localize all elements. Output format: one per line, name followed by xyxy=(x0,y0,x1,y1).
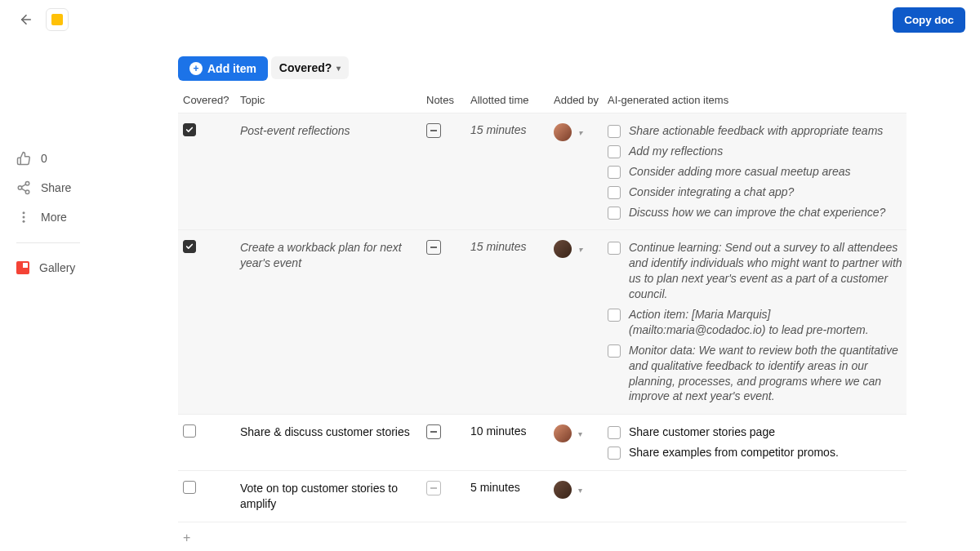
likes-count: 0 xyxy=(41,152,47,165)
col-ai: AI-generated action items xyxy=(608,94,911,106)
add-item-button[interactable]: + Add item xyxy=(178,56,268,81)
ai-action-text: Share actionable feedback with appropria… xyxy=(629,123,883,139)
ai-action-item: Consider adding more casual meetup areas xyxy=(608,164,903,180)
add-item-label: Add item xyxy=(207,62,256,75)
chevron-down-icon[interactable]: ▾ xyxy=(578,429,582,438)
avatar[interactable] xyxy=(554,481,572,499)
topic-cell[interactable]: Vote on top customer stories to amplify xyxy=(240,481,426,512)
divider xyxy=(16,242,80,243)
add-row-button[interactable]: + xyxy=(178,522,906,551)
ai-action-text: Share customer stories page xyxy=(629,424,775,440)
covered-checkbox[interactable] xyxy=(183,481,196,494)
topic-cell[interactable]: Post-event reflections xyxy=(240,123,426,139)
svg-point-7 xyxy=(23,216,25,219)
topic-cell[interactable]: Share & discuss customer stories xyxy=(240,424,426,440)
left-rail: 0 Share More Gallery xyxy=(16,151,80,274)
ai-action-item: Continue learning: Send out a survey to … xyxy=(608,240,903,302)
ai-action-text: Continue learning: Send out a survey to … xyxy=(629,240,903,302)
ai-action-text: Consider adding more casual meetup areas xyxy=(629,164,851,180)
chevron-down-icon: ▾ xyxy=(336,64,341,73)
arrow-left-icon xyxy=(19,12,33,27)
col-time: Allotted time xyxy=(470,94,554,106)
topic-cell[interactable]: Create a workback plan for next year's e… xyxy=(240,240,426,271)
ai-action-item: Consider integrating a chat app? xyxy=(608,184,903,200)
avatar[interactable] xyxy=(554,424,572,442)
likes-button[interactable]: 0 xyxy=(16,151,80,166)
ai-checkbox[interactable] xyxy=(608,426,621,439)
avatar[interactable] xyxy=(554,123,572,141)
table-row[interactable]: Post-event reflections15 minutes▾Share a… xyxy=(178,113,906,229)
ai-action-text: Monitor data: We want to review both the… xyxy=(629,343,903,405)
ai-action-item: Share actionable feedback with appropria… xyxy=(608,123,903,139)
ai-action-item: Action item: [Maria Marquis](mailto:mari… xyxy=(608,307,903,338)
table-row[interactable]: Vote on top customer stories to amplify5… xyxy=(178,470,906,522)
ai-checkbox[interactable] xyxy=(608,145,621,158)
note-icon[interactable] xyxy=(426,481,441,495)
ai-action-item: Share examples from competitor promos. xyxy=(608,445,903,460)
ai-action-list: Share customer stories pageShare example… xyxy=(608,424,903,460)
share-button[interactable]: Share xyxy=(16,180,80,195)
check-icon xyxy=(185,126,194,134)
ai-action-text: Share examples from competitor promos. xyxy=(629,445,839,460)
chevron-down-icon[interactable]: ▾ xyxy=(578,486,582,495)
table-header: Covered? Topic Notes Allotted time Added… xyxy=(178,89,906,113)
table-row[interactable]: Create a workback plan for next year's e… xyxy=(178,229,906,414)
col-topic: Topic xyxy=(240,94,426,106)
check-icon xyxy=(185,242,194,251)
gallery-label: Gallery xyxy=(39,261,75,274)
covered-checkbox[interactable] xyxy=(183,123,196,136)
thumbs-up-icon xyxy=(16,151,31,166)
ai-checkbox[interactable] xyxy=(608,125,621,138)
covered-checkbox[interactable] xyxy=(183,424,196,438)
ai-action-text: Discuss how we can improve the chat expe… xyxy=(629,205,885,220)
copy-doc-button[interactable]: Copy doc xyxy=(893,7,965,33)
doc-icon[interactable] xyxy=(46,8,69,31)
table-row[interactable]: Share & discuss customer stories10 minut… xyxy=(178,414,906,470)
ai-checkbox[interactable] xyxy=(608,344,621,358)
ai-checkbox[interactable] xyxy=(608,166,621,179)
ai-checkbox[interactable] xyxy=(608,309,621,322)
gallery-button[interactable]: Gallery xyxy=(16,261,80,274)
group-by-chip[interactable]: Covered? ▾ xyxy=(271,56,350,79)
share-icon xyxy=(16,180,31,195)
note-icon[interactable] xyxy=(426,240,441,255)
ai-action-list: Share actionable feedback with appropria… xyxy=(608,123,903,220)
main-content: + Add item Covered? ▾ Covered? Topic Not… xyxy=(178,45,947,551)
more-vertical-icon xyxy=(16,210,31,224)
col-covered: Covered? xyxy=(183,94,240,106)
ai-action-text: Action item: [Maria Marquis](mailto:mari… xyxy=(629,307,903,338)
svg-line-4 xyxy=(21,189,25,191)
ai-checkbox[interactable] xyxy=(608,186,621,199)
share-label: Share xyxy=(41,181,71,194)
gallery-icon xyxy=(16,261,29,274)
svg-line-5 xyxy=(21,184,25,187)
ai-checkbox[interactable] xyxy=(608,207,621,220)
ai-action-item: Discuss how we can improve the chat expe… xyxy=(608,205,903,220)
ai-action-text: Add my reflections xyxy=(629,144,723,159)
more-button[interactable]: More xyxy=(16,210,80,224)
col-notes: Notes xyxy=(426,94,470,106)
chevron-down-icon[interactable]: ▾ xyxy=(578,128,582,137)
avatar[interactable] xyxy=(554,240,572,258)
note-icon[interactable] xyxy=(426,123,441,138)
allotted-time-cell: 15 minutes xyxy=(470,123,554,136)
covered-checkbox[interactable] xyxy=(183,240,196,253)
allotted-time-cell: 5 minutes xyxy=(470,481,554,494)
svg-point-8 xyxy=(23,220,25,223)
ai-action-item: Share customer stories page xyxy=(608,424,903,440)
allotted-time-cell: 10 minutes xyxy=(470,424,554,438)
plus-circle-icon: + xyxy=(189,62,203,75)
agenda-table: Covered? Topic Notes Allotted time Added… xyxy=(178,89,906,551)
chevron-down-icon[interactable]: ▾ xyxy=(578,245,582,254)
allotted-time-cell: 15 minutes xyxy=(470,240,554,253)
ai-checkbox[interactable] xyxy=(608,447,621,460)
ai-action-text: Consider integrating a chat app? xyxy=(629,184,794,200)
ai-action-item: Add my reflections xyxy=(608,144,903,159)
more-label: More xyxy=(41,211,67,224)
ai-checkbox[interactable] xyxy=(608,242,621,255)
back-button[interactable] xyxy=(15,8,38,31)
col-added: Added by xyxy=(554,94,608,106)
note-icon[interactable] xyxy=(426,424,441,439)
ai-action-item: Monitor data: We want to review both the… xyxy=(608,343,903,405)
group-label: Covered? xyxy=(279,61,332,74)
